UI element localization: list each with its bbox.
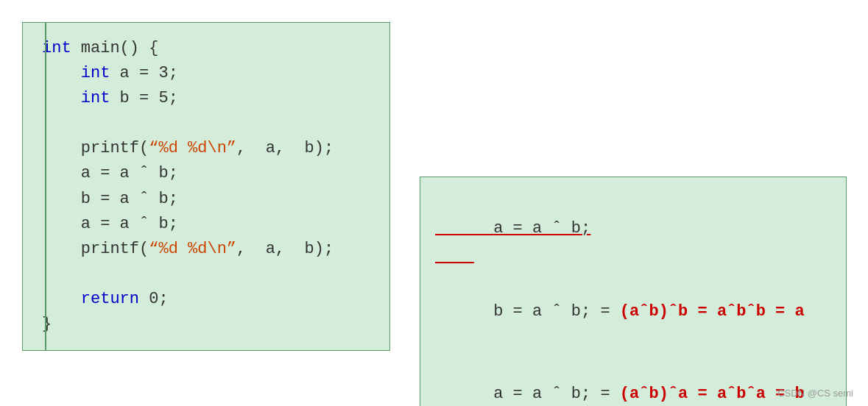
code-line-xor1: a = a ˆ b; <box>30 161 372 186</box>
code-line-xor3: a = a ˆ b; <box>30 212 372 237</box>
code-line-blank2 <box>30 262 372 287</box>
string-2: “%d %d\n” <box>149 240 236 258</box>
code-line-printf2: printf(“%d %d\n”, a, b); <box>30 237 372 262</box>
printf-args-1: , a, b); <box>236 139 334 157</box>
exp-line-2: b = a ˆ b; = (aˆb)ˆb = aˆbˆb = a <box>435 270 831 352</box>
printf-text-2: printf( <box>42 240 149 258</box>
code-text-2: a = 3; <box>110 64 177 82</box>
watermark: CSDN @CS semi <box>777 388 853 399</box>
code-line-2: int a = 3; <box>30 61 372 86</box>
exp-line-2-formula: (aˆb)ˆb = aˆbˆb = a <box>620 302 805 321</box>
explanation-block: a = a ˆ b; b = a ˆ b; = (aˆb)ˆb = aˆbˆb … <box>420 177 847 406</box>
exp-line-2-prefix: b = a ˆ b; = <box>493 302 620 321</box>
xor-3: a = a ˆ b; <box>42 215 178 233</box>
code-line-3: int b = 5; <box>30 86 372 111</box>
code-line-return: return 0; <box>30 287 372 312</box>
keyword-int-2: int <box>81 64 110 82</box>
main-container: int main() { int a = 3; int b = 5; print… <box>0 0 868 406</box>
code-line-blank1 <box>30 111 372 136</box>
code-line-xor2: b = a ˆ b; <box>30 187 372 212</box>
code-line-1: int main() { <box>30 36 372 61</box>
code-line-brace: } <box>30 312 372 337</box>
exp-line-1: a = a ˆ b; <box>435 188 831 270</box>
return-val: 0; <box>139 290 169 308</box>
return-text <box>42 290 81 308</box>
code-text-3: b = 5; <box>110 89 177 107</box>
code-text: main() { <box>71 39 159 57</box>
keyword-int: int <box>42 39 71 57</box>
printf-text-1: printf( <box>42 139 149 157</box>
xor-2: b = a ˆ b; <box>42 190 178 208</box>
printf-args-2: , a, b); <box>236 240 334 258</box>
keyword-int-3: int <box>81 89 110 107</box>
code-line-printf1: printf(“%d %d\n”, a, b); <box>30 136 372 161</box>
keyword-return: return <box>81 290 139 308</box>
exp-line-3-prefix: a = a ˆ b; = <box>493 385 620 403</box>
exp-line-3-formula: (aˆb)ˆa = aˆbˆa = b <box>620 385 805 403</box>
code-block: int main() { int a = 3; int b = 5; print… <box>22 22 390 351</box>
exp-line-3: a = a ˆ b; = (aˆb)ˆa = aˆbˆa = b <box>435 352 831 406</box>
exp-line-1-text: a = a ˆ b; <box>493 219 590 238</box>
string-1: “%d %d\n” <box>149 139 236 157</box>
xor-1: a = a ˆ b; <box>42 164 178 182</box>
closing-brace: } <box>42 315 52 333</box>
